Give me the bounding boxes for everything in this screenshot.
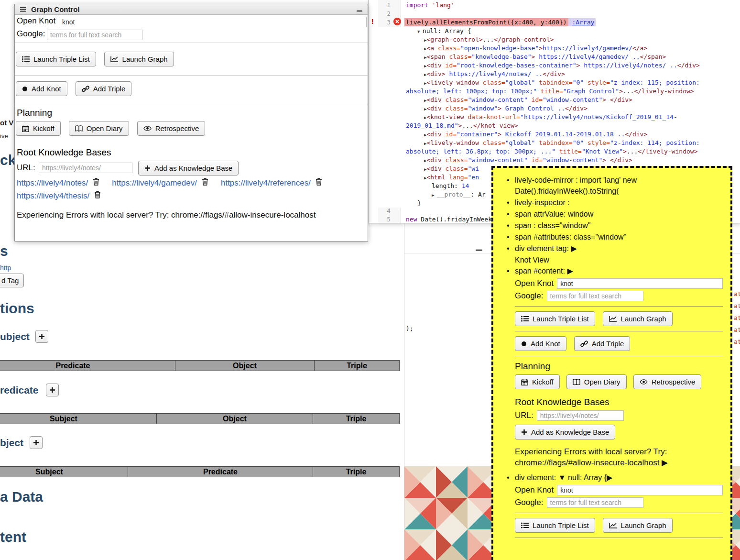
trash-icon[interactable] xyxy=(202,177,208,189)
launch-graph-button[interactable]: Launch Graph xyxy=(603,518,673,533)
retrospective-button[interactable]: Retrospective xyxy=(633,374,702,389)
minimize-icon xyxy=(356,10,363,12)
tooltip-item: div element: ▼ null: Array {▶ xyxy=(506,472,724,483)
plus-icon xyxy=(33,439,39,446)
code-fragment[interactable]: ); xyxy=(406,324,414,333)
code-line[interactable]: import 'lang' xyxy=(406,1,455,10)
error-gutter-marker[interactable]: ! xyxy=(371,18,374,25)
add-knowledge-base-button[interactable]: Add as Knowledge Base xyxy=(138,161,239,176)
add-knot-button[interactable]: Add Knot xyxy=(16,81,67,96)
open-knot-label: Open Knot xyxy=(515,279,554,288)
local-server-hint-text: Experiencing Errors with local server? T… xyxy=(515,447,667,467)
inspector-line[interactable]: ▶<knot-view data-knot-url="https://livel… xyxy=(406,113,740,121)
kickoff-button[interactable]: Kickoff xyxy=(515,374,560,389)
clipped-link-fragment[interactable]: http xyxy=(0,264,11,272)
launch-triple-list-button[interactable]: Launch Triple List xyxy=(515,518,595,533)
clipped-heading-subject: ubject xyxy=(0,331,30,342)
inspector-line[interactable]: ▶<div class="window-content" id="window-… xyxy=(406,96,740,104)
add-object-button[interactable] xyxy=(30,436,43,449)
clipped-window-title: ot V xyxy=(0,119,13,127)
clipped-text-fragment: at xyxy=(734,314,740,322)
line-number: 2 xyxy=(378,10,391,18)
inspector-line[interactable]: ▶<div id="container"> Kickoff 2019.01.14… xyxy=(406,130,740,139)
inspector-line[interactable]: ▶<a class="open-knowledge-base">https://… xyxy=(406,44,740,53)
error-code-line[interactable]: lively.allElementsFromPoint({x:400, y:40… xyxy=(404,18,596,27)
retrospective-label: Retrospective xyxy=(652,378,696,386)
add-subject-button[interactable] xyxy=(35,330,48,343)
url-label: URL: xyxy=(515,411,533,420)
root-kb-heading: Root Knowledge Bases xyxy=(515,397,723,407)
add-knot-button[interactable]: Add Knot xyxy=(515,336,566,351)
open-diary-label: Open Diary xyxy=(87,124,123,132)
kb-link[interactable]: https://lively4/thesis/ xyxy=(17,190,89,202)
open-knot-input[interactable] xyxy=(557,278,723,289)
trash-icon[interactable] xyxy=(94,190,101,202)
minimize-icon xyxy=(475,249,483,251)
graph-control-titlebar[interactable]: Graph Control xyxy=(15,4,368,15)
trash-icon[interactable] xyxy=(93,177,99,189)
retrospective-label: Retrospective xyxy=(155,124,199,132)
open-diary-button[interactable]: Open Diary xyxy=(69,121,129,136)
google-search-input[interactable] xyxy=(547,291,643,301)
window-title: Graph Control xyxy=(31,5,80,13)
divider xyxy=(515,331,723,331)
clipped-text-fragment: at xyxy=(734,290,740,298)
trash-icon[interactable] xyxy=(316,177,322,189)
triple-table-header: Predicate Object Triple xyxy=(0,360,400,371)
open-knot-input[interactable] xyxy=(557,485,723,495)
inspector-line[interactable]: ▶<div> https://lively4/notes/ ..</div> xyxy=(406,70,740,78)
retrospective-button[interactable]: Retrospective xyxy=(137,121,206,136)
selection-highlight: :Array xyxy=(568,18,596,26)
error-expression[interactable]: lively.allElementsFromPoint({x:400, y:40… xyxy=(404,18,568,26)
inspector-root-line[interactable]: ▼ null: Array { xyxy=(406,27,740,35)
inspector-line[interactable]: ▶<div class="window"> Graph Control ..</… xyxy=(406,104,740,113)
list-icon xyxy=(521,316,529,322)
clipped-heading-predicate: redicate xyxy=(0,384,39,396)
type-annotation-link[interactable]: :Array xyxy=(572,19,594,26)
book-icon xyxy=(75,125,83,132)
tooltip-item: span : class="window" xyxy=(506,220,724,231)
google-search-input[interactable] xyxy=(47,30,142,40)
google-search-input[interactable] xyxy=(547,497,643,508)
planning-heading: Planning xyxy=(17,108,52,118)
tooltip-item: div element tag: ▶ xyxy=(506,243,724,254)
kb-link[interactable]: https://lively4/notes/ xyxy=(17,177,88,189)
inspection-tooltip: lively-code-mirror : import 'lang' new D… xyxy=(491,166,732,560)
expand-arrow-icon[interactable]: ▶ xyxy=(662,458,668,467)
launch-triple-list-button[interactable]: Launch Triple List xyxy=(515,311,595,326)
kickoff-button[interactable]: Kickoff xyxy=(16,121,61,136)
book-icon xyxy=(573,379,580,385)
kb-link[interactable]: https://lively4/gamedev/ xyxy=(112,177,197,189)
launch-graph-label: Launch Graph xyxy=(621,315,666,323)
kb-link[interactable]: https://lively4/references/ xyxy=(221,177,311,189)
add-triple-button[interactable]: Add Triple xyxy=(76,81,132,96)
minimize-button[interactable] xyxy=(475,244,483,253)
add-triple-button[interactable]: Add Triple xyxy=(574,336,631,351)
menu-icon[interactable] xyxy=(20,5,26,14)
inspector-line[interactable]: ▶<div class="window-content" id="window-… xyxy=(406,156,740,165)
inspector-line[interactable]: ▶<span class="knowledge-base"> https://l… xyxy=(406,53,740,61)
launch-graph-button[interactable]: Launch Graph xyxy=(104,52,174,66)
chart-icon xyxy=(609,522,617,528)
clipped-heading: s xyxy=(0,243,8,259)
inspector-line[interactable]: ▶<div id="root-knowledge-bases-container… xyxy=(406,61,740,70)
launch-triple-list-button[interactable]: Launch Triple List xyxy=(16,52,96,66)
add-knowledge-base-button[interactable]: Add as Knowledge Base xyxy=(515,425,615,439)
clipped-text-fragment: at xyxy=(734,326,740,334)
inspector-line[interactable]: ▶<lively-window class="global" tabindex=… xyxy=(406,78,740,87)
plus-icon xyxy=(144,165,151,171)
open-diary-button[interactable]: Open Diary xyxy=(566,374,627,389)
minimize-button[interactable] xyxy=(356,5,363,14)
add-tag-button[interactable]: d Tag xyxy=(0,274,24,287)
launch-graph-button[interactable]: Launch Graph xyxy=(603,311,673,326)
add-predicate-button[interactable] xyxy=(46,384,59,396)
google-label: Google: xyxy=(515,291,544,301)
clipped-heading-relations: tions xyxy=(0,300,34,317)
kb-url-input[interactable] xyxy=(537,410,624,421)
list-icon xyxy=(22,56,30,62)
inspector-line[interactable]: ▶<lively-window class="global" tabindex=… xyxy=(406,139,740,147)
kb-url-input[interactable] xyxy=(39,163,132,173)
open-knot-input[interactable] xyxy=(59,17,367,27)
kb-link-item: https://lively4/thesis/ xyxy=(17,190,101,202)
inspector-line[interactable]: ▶<graph-control>...</graph-control> xyxy=(406,35,740,44)
